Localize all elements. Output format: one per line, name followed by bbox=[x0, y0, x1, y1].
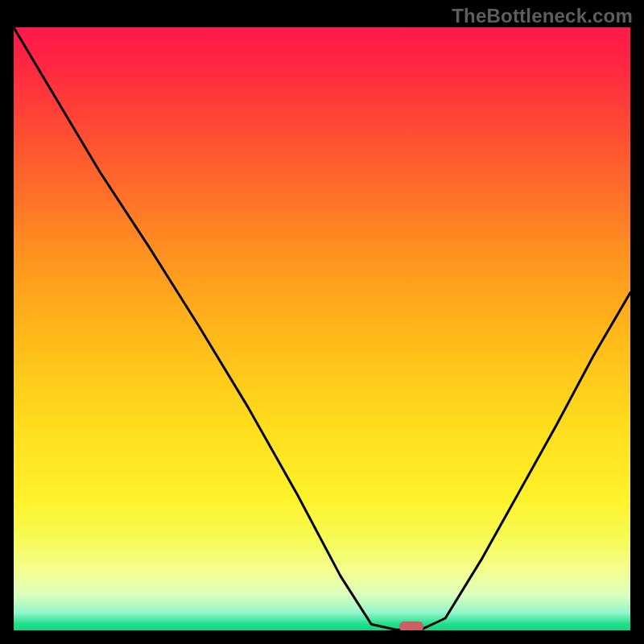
plot-area bbox=[14, 27, 630, 630]
watermark-label: TheBottleneck.com bbox=[452, 5, 633, 27]
bottleneck-curve bbox=[14, 27, 630, 630]
chart-frame: TheBottleneck.com bbox=[0, 0, 644, 644]
curve-svg bbox=[14, 27, 630, 630]
optimum-marker bbox=[399, 621, 423, 630]
